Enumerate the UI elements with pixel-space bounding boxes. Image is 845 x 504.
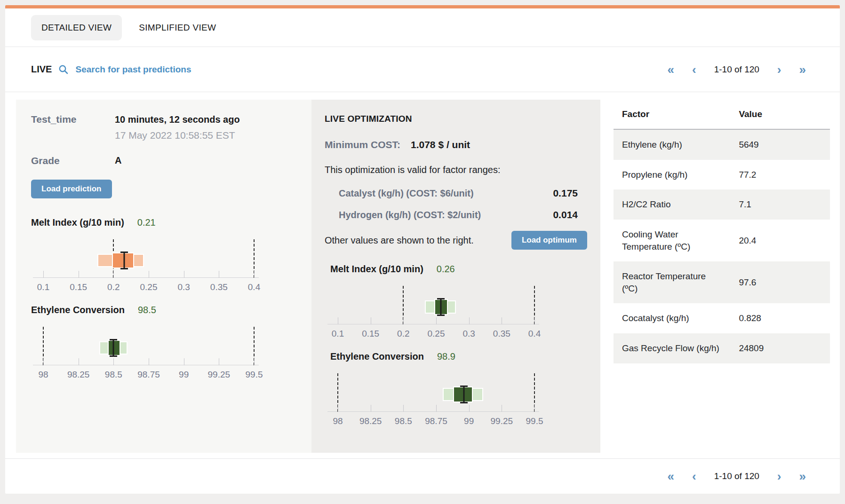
chart-plot [338,286,534,324]
axis-tick-label: 99 [179,370,189,380]
live-search-bar: LIVE Search for past predictions « ‹ 1-1… [5,47,840,92]
table-row: Gas Recycle Flow (kg/h)24809 [614,333,830,363]
value-cell: 24809 [730,333,830,363]
axis-tick-labels: 9898.2598.598.759999.2599.5 [43,370,254,382]
load-optimum-button[interactable]: Load optimum [511,231,587,250]
value-cell: 97.6 [730,261,830,303]
axis-tick-label: 0.2 [107,282,120,292]
axis-tick [436,317,437,324]
axis-line [327,324,539,324]
axis-tick-label: 0.35 [493,329,510,339]
axis-tick-labels: 0.10.150.20.250.30.350.4 [43,282,254,294]
last-page-button[interactable]: » [799,63,806,76]
prev-page-button[interactable]: ‹ [692,470,696,482]
test-time-absolute: 17 May 2022 10:58:55 EST [115,130,240,141]
axis-tick-label: 0.25 [140,282,158,292]
axis-tick [219,271,219,278]
axis-tick [149,358,149,365]
axis-tick-label: 98.25 [359,416,382,426]
axis-tick [502,317,502,324]
axis-tick [338,317,338,324]
value-marker [437,298,445,316]
pagination-bottom: « ‹ 1-10 of 120 › » [668,470,806,482]
prev-page-button[interactable]: ‹ [692,63,696,76]
tab-detailed-view[interactable]: DETAILED VIEW [31,15,122,40]
optimum-melt-index-chart: 0.10.150.20.250.30.350.4 [326,286,547,341]
pagination-range-label: 1-10 of 120 [714,471,759,481]
melt-index-label: Melt Index (g/10 min) [31,217,124,228]
axis-line [33,365,259,365]
other-values-text: Other values are shown to the right. [325,235,474,246]
factor-table: Factor Value Ethylene (kg/h)5649Propylen… [614,100,830,363]
content-area: Test_time 10 minutes, 12 seconds ago 17 … [5,92,840,458]
search-past-predictions-link[interactable]: Search for past predictions [75,64,191,75]
axis-tick-label: 0.3 [177,282,190,292]
factor-table-panel: Factor Value Ethylene (kg/h)5649Propylen… [614,100,830,363]
ethylene-conversion-value: 98.5 [138,305,156,315]
last-page-button[interactable]: » [799,470,806,482]
prediction-ethylene-conversion-chart: 9898.2598.598.759999.2599.5 [31,327,266,382]
factor-cell: H2/C2 Ratio [614,189,730,220]
first-page-button[interactable]: « [668,470,674,482]
axis-tick-label: 0.1 [332,329,344,339]
value-cell: 5649 [730,129,830,160]
tab-simplified-view[interactable]: SIMPLIFIED VIEW [128,15,226,40]
chart-plot [338,373,534,412]
axis-tick-label: 0.4 [528,329,541,339]
value-cell: 77.2 [730,160,830,190]
axis-tick-labels: 0.10.150.20.250.30.350.4 [338,329,534,341]
axis-tick-label: 98.25 [67,370,90,380]
factor-cell: Ethylene (kg/h) [614,129,730,160]
factor-cell: Gas Recycle Flow (kg/h) [614,333,730,363]
table-row: Cooling Water Temperature (ºC)20.4 [614,220,830,261]
axis-tick [113,358,114,365]
value-marker [110,339,117,357]
axis-tick [403,317,404,324]
table-row: H2/C2 Ratio7.1 [614,189,830,220]
axis-tick [79,358,79,365]
prediction-melt-index-chart: 0.10.150.20.250.30.350.4 [31,239,266,294]
main-card: DETAILED VIEW SIMPLIFIED VIEW LIVE Searc… [5,5,840,494]
test-time-label: Test_time [31,114,115,141]
minimum-cost-label: Minimum COST: [325,139,400,150]
axis-tick-label: 99.5 [526,416,543,426]
prediction-panel: Test_time 10 minutes, 12 seconds ago 17 … [16,100,311,453]
factor-table-body: Ethylene (kg/h)5649Propylene (kg/h)77.2H… [614,129,830,363]
axis-tick-label: 0.4 [248,282,260,292]
axis-tick-label: 99.25 [491,416,513,426]
axis-tick [184,358,184,365]
axis-tick [79,271,79,278]
next-page-button[interactable]: › [777,63,781,76]
chart-plot [43,239,254,278]
test-time-relative: 10 minutes, 12 seconds ago [115,114,240,125]
accent-bar [5,5,840,8]
optimum-ethylene-conversion-chart: 9898.2598.598.759999.2599.5 [326,373,547,428]
optimum-ethylene-conversion-label: Ethylene Conversion [330,351,424,362]
axis-tick-label: 98.75 [137,370,160,380]
axis-tick [469,405,470,412]
axis-tick-labels: 9898.2598.598.759999.2599.5 [338,416,534,428]
axis-tick [502,405,502,412]
load-prediction-button[interactable]: Load prediction [31,180,112,198]
factor-column-header: Factor [614,100,730,129]
axis-tick [338,405,338,412]
axis-tick [113,271,114,278]
catalyst-range-value: 0.175 [553,188,578,199]
axis-tick-label: 99.25 [208,370,231,380]
axis-tick [254,271,255,278]
minimum-cost-value: 1.078 $ / unit [411,139,470,150]
axis-tick [149,271,149,278]
search-icon[interactable] [58,64,69,75]
axis-tick [534,317,535,324]
axis-tick [184,271,184,278]
first-page-button[interactable]: « [668,63,674,76]
next-page-button[interactable]: › [777,470,781,482]
value-marker [460,386,468,403]
optimization-panel: LIVE OPTIMIZATION Minimum COST: 1.078 $ … [311,100,600,453]
axis-tick-label: 99.5 [246,370,263,380]
axis-tick-label: 99 [464,416,474,426]
axis-tick [371,405,371,412]
table-row: Reactor Temperature (ºC)97.6 [614,261,830,303]
chart-plot [43,327,254,365]
pagination-top: « ‹ 1-10 of 120 › » [668,63,806,76]
